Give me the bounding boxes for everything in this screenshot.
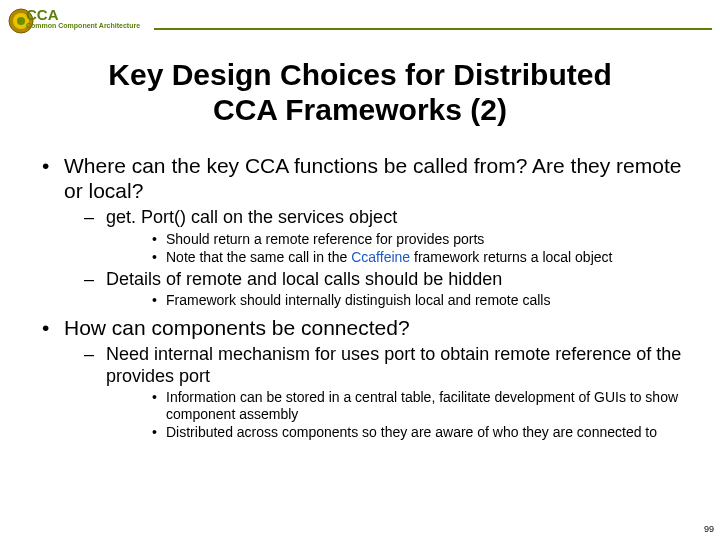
bullet-1-1-2a: Note that the same call in the [166,249,351,265]
bullet-1-1-2: Note that the same call in the Ccaffeine… [106,249,690,266]
bullet-2-1-2: Distributed across components so they ar… [106,424,690,441]
bullet-1: Where can the key CCA functions be calle… [40,153,690,309]
title-line-2: CCA Frameworks (2) [213,93,507,126]
bullet-1-text: Where can the key CCA functions be calle… [64,154,681,202]
slide-body: Where can the key CCA functions be calle… [40,153,690,447]
ccaffeine-link[interactable]: Ccaffeine [351,249,410,265]
header-acronym: CCA [26,6,59,23]
bullet-1-2-1: Framework should internally distinguish … [106,292,690,309]
bullet-1-1-2b: framework returns a local object [410,249,612,265]
bullet-2-1-1: Information can be stored in a central t… [106,389,690,423]
bullet-2-text: How can components be connected? [64,316,410,339]
bullet-1-2: Details of remote and local calls should… [64,269,690,309]
bullet-1-1-1: Should return a remote reference for pro… [106,231,690,248]
bullet-1-2-text: Details of remote and local calls should… [106,269,502,289]
header-subtitle: Common Component Architecture [26,22,140,29]
header-rule [154,28,712,30]
svg-point-2 [17,17,25,25]
bullet-1-1-text: get. Port() call on the services object [106,207,397,227]
bullet-2: How can components be connected? Need in… [40,315,690,441]
page-number: 99 [704,524,714,534]
header: CCA Common Component Architecture [4,6,716,36]
bullet-1-1: get. Port() call on the services object … [64,207,690,265]
slide: CCA Common Component Architecture Key De… [0,0,720,540]
slide-title: Key Design Choices for Distributed CCA F… [0,58,720,127]
bullet-2-1: Need internal mechanism for uses port to… [64,344,690,441]
bullet-2-1-text: Need internal mechanism for uses port to… [106,344,681,386]
title-line-1: Key Design Choices for Distributed [108,58,611,91]
